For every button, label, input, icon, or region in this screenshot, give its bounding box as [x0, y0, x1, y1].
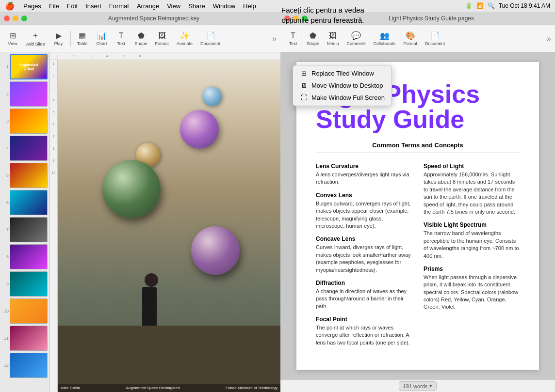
pages-traffic-lights[interactable]	[284, 16, 308, 21]
pages-minimize-button[interactable]	[293, 16, 299, 21]
slide-item-1[interactable]: 1 AugmentedVirtual	[2, 54, 48, 79]
slide-thumb-1[interactable]: AugmentedVirtual	[10, 54, 48, 79]
toolbar-add-slide[interactable]: ＋ Add Slide	[23, 30, 48, 47]
play-label: Play	[54, 41, 63, 46]
animate-icon: ✨	[180, 31, 190, 40]
apple-menu[interactable]: 🍎	[0, 1, 19, 11]
menu-help[interactable]: Help	[239, 2, 260, 10]
menu-arrange[interactable]: Arrange	[133, 2, 163, 10]
slide-item-5[interactable]: 5	[2, 163, 48, 188]
slide-thumb-6[interactable]	[10, 190, 48, 215]
pages-document-label: Document	[425, 41, 445, 46]
slide-thumb-3[interactable]	[10, 109, 48, 134]
toolbar-animate[interactable]: ✨ Animate	[174, 30, 196, 47]
slide-number-1: 1	[2, 64, 9, 69]
slide-thumb-10[interactable]	[10, 298, 48, 324]
toolbar-format[interactable]: 🖼 Format	[152, 31, 172, 47]
add-slide-icon: ＋	[32, 31, 39, 41]
slide-item-9[interactable]: 9	[2, 271, 48, 297]
slide-number-8: 8	[2, 254, 9, 259]
close-button[interactable]	[4, 16, 10, 21]
pages-toolbar-format[interactable]: 🎨 Format	[401, 30, 421, 47]
slide-thumb-4[interactable]	[10, 136, 48, 161]
slide-thumb-9[interactable]	[10, 271, 48, 297]
text-label: Text	[117, 41, 125, 46]
slide-number-6: 6	[2, 200, 9, 205]
slide-panel[interactable]: 1 AugmentedVirtual 2 3 4 5	[0, 52, 50, 392]
toolbar-document[interactable]: 📄 Document	[197, 30, 223, 47]
toolbar-chart[interactable]: 📊 Chart	[93, 30, 111, 47]
slide-number-7: 7	[2, 227, 9, 232]
slide-thumb-12[interactable]	[10, 353, 48, 378]
pages-status-bar: 191 words ▾	[280, 379, 555, 392]
add-slide-label: Add Slide	[26, 42, 45, 47]
pages-text-icon: T	[291, 31, 295, 40]
term-spectrum: Visible Light Spectrum	[424, 221, 520, 228]
format-icon: 🖼	[158, 31, 166, 40]
slide-item-2[interactable]: 2	[2, 81, 48, 107]
traffic-lights[interactable]	[4, 16, 27, 21]
battery-icon: 🔋	[465, 2, 473, 9]
minimize-button[interactable]	[13, 16, 18, 21]
slide-item-7[interactable]: 7	[2, 217, 48, 242]
slide-item-6[interactable]: 6	[2, 190, 48, 215]
slide-item-3[interactable]: 3	[2, 109, 48, 134]
toolbar-shape[interactable]: ⬟ Shape	[132, 30, 150, 47]
pages-toolbar-more[interactable]: »	[547, 34, 551, 43]
menu-edit[interactable]: Edit	[63, 2, 82, 10]
toolbar-play[interactable]: ▶ Play	[50, 30, 67, 47]
pages-toolbar-media[interactable]: 🖼 Media	[324, 31, 342, 47]
pages-toolbar-shape[interactable]: ⬟ Shape	[304, 30, 322, 47]
def-diffraction: A change in direction of waves as they p…	[316, 288, 412, 310]
slide-item-8[interactable]: 8	[2, 244, 48, 269]
def-lens-curvature: A lens converges/diverges light rays via…	[316, 171, 412, 186]
document-label: Document	[200, 41, 220, 46]
word-count-text: 191 words	[403, 383, 428, 389]
doc-entry-prisms: Prisms When light passes through a dispe…	[424, 266, 520, 311]
context-menu-item-fullscreen[interactable]: ⛶ Make Window Full Screen	[293, 92, 392, 104]
word-count-badge[interactable]: 191 words ▾	[399, 381, 437, 391]
fullscreen-button[interactable]	[21, 16, 27, 21]
menu-file[interactable]: File	[45, 2, 63, 10]
menu-share[interactable]: Share	[184, 2, 209, 10]
slide-thumb-2[interactable]	[10, 81, 48, 107]
doc-entry-spectrum: Visible Light Spectrum The narrow band o…	[424, 221, 520, 260]
slide-thumb-11[interactable]	[10, 326, 48, 351]
slide-number-11: 11	[2, 336, 9, 341]
toolbar-view[interactable]: ⊞ View	[4, 30, 21, 47]
context-menu-label-fullscreen: Make Window Full Screen	[311, 94, 385, 101]
menu-pages[interactable]: Pages	[19, 2, 45, 10]
context-menu-item-replace[interactable]: ⊞ Replace Tiled Window	[293, 67, 392, 79]
slide-item-10[interactable]: 10	[2, 298, 48, 324]
slide-caption-name: Kate Greila	[61, 386, 80, 390]
pages-toolbar: T Text ⬟ Shape 🖼 Media 💬 Comment 👥 Colla…	[280, 25, 555, 52]
slide-thumb-7[interactable]	[10, 217, 48, 242]
menu-view[interactable]: View	[163, 2, 184, 10]
pages-close-button[interactable]	[284, 16, 290, 21]
pages-toolbar-document[interactable]: 📄 Document	[422, 30, 448, 47]
term-convex: Convex Lens	[316, 192, 412, 199]
toolbar-table[interactable]: ▦ Table	[74, 30, 91, 47]
slide-thumb-8[interactable]	[10, 244, 48, 269]
def-focal: The point at which rays or waves converg…	[316, 324, 412, 346]
slide-item-11[interactable]: 11	[2, 326, 48, 351]
pages-fullscreen-button[interactable]	[302, 16, 308, 21]
slide-caption-title: Augmented Space Reimagined	[126, 386, 180, 390]
slide-thumb-5[interactable]	[10, 163, 48, 188]
toolbar-more[interactable]: »	[272, 34, 277, 43]
slide-item-12[interactable]: 12	[2, 353, 48, 378]
pages-window-title: Light Physics Study Guide.pages	[311, 15, 551, 22]
pages-toolbar-collaborate[interactable]: 👥 Collaborate	[371, 30, 399, 47]
search-icon[interactable]: 🔍	[488, 2, 495, 9]
menu-insert[interactable]: Insert	[82, 2, 105, 10]
slide-canvas[interactable]: Kate Greila Augmented Space Reimagined F…	[58, 60, 280, 392]
slide-item-4[interactable]: 4	[2, 136, 48, 161]
menu-format[interactable]: Format	[105, 2, 133, 10]
context-menu-label-move: Move Window to Desktop	[311, 82, 383, 89]
pages-comment-label: Comment	[347, 41, 366, 46]
menu-window[interactable]: Window	[209, 2, 239, 10]
pages-toolbar-text[interactable]: T Text	[284, 31, 302, 47]
context-menu-item-move[interactable]: 🖥 Move Window to Desktop	[293, 79, 392, 92]
toolbar-text[interactable]: T Text	[113, 31, 130, 47]
pages-toolbar-comment[interactable]: 💬 Comment	[344, 30, 369, 47]
